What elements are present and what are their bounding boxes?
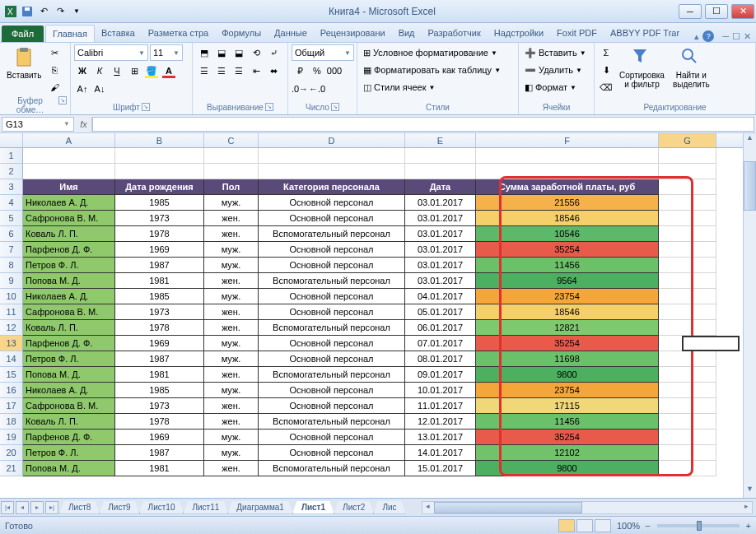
view-break-icon[interactable] [595,519,611,532]
align-launcher[interactable]: ↘ [265,103,273,111]
cell[interactable]: 05.01.2017 [405,304,476,320]
cell[interactable]: жен. [204,211,259,226]
ribbon-tab-2[interactable]: Разметка стра [142,25,215,42]
cell[interactable]: 1981 [115,461,204,476]
cell[interactable]: жен. [204,320,259,336]
cell[interactable]: муж. [204,445,259,461]
col-header-A[interactable]: A [23,133,115,147]
row-header[interactable]: 1 [0,148,23,164]
cell[interactable]: муж. [204,336,259,351]
cell[interactable]: Вспомогательный персонал [259,461,405,476]
cell[interactable] [659,367,716,383]
cell[interactable]: 11698 [476,351,659,367]
cell[interactable]: 04.01.2017 [405,289,476,304]
format-cells-button[interactable]: ◧Формат▼ [522,79,579,95]
fx-icon[interactable]: fx [76,117,92,132]
cell[interactable]: Вспомогательный персонал [259,226,405,242]
name-box[interactable]: G13▼ [2,117,74,132]
percent-icon[interactable]: % [309,63,325,79]
cell[interactable]: Основной персонал [259,211,405,226]
cell[interactable] [659,320,716,336]
insert-cells-button[interactable]: ➕Вставить▼ [522,44,589,61]
cell[interactable]: жен. [204,461,259,476]
cell[interactable] [659,398,716,414]
cell[interactable] [476,148,659,164]
sort-filter-button[interactable]: Сортировка и фильтр [616,44,668,91]
cell[interactable]: Вспомогательный персонал [259,273,405,289]
paste-button[interactable]: Вставить [3,44,44,81]
cell[interactable]: 10.01.2017 [405,383,476,398]
ribbon-tab-0[interactable]: Главная [45,25,95,42]
cell[interactable]: муж. [204,258,259,273]
cell[interactable]: Коваль Л. П. [23,226,115,242]
cell[interactable]: 13.01.2017 [405,430,476,445]
cell[interactable]: Попова М. Д. [23,367,115,383]
cell[interactable]: 1981 [115,273,204,289]
cell[interactable]: Основной персонал [259,351,405,367]
cut-icon[interactable]: ✂ [46,44,63,61]
cell[interactable]: жен. [204,273,259,289]
cell[interactable] [659,430,716,445]
cell[interactable]: жен. [204,367,259,383]
cell[interactable]: муж. [204,351,259,367]
view-normal-icon[interactable] [558,519,575,532]
cell[interactable]: 23754 [476,383,659,398]
cell[interactable]: Коваль Л. П. [23,414,115,430]
zoom-slider[interactable] [657,524,740,527]
cell[interactable] [659,211,716,226]
align-center-icon[interactable]: ☰ [213,63,230,79]
cell[interactable]: Основной персонал [259,430,405,445]
cell[interactable]: жен. [204,398,259,414]
sheet-tab[interactable]: Лист2 [334,501,374,514]
help-icon[interactable]: ? [702,30,714,42]
format-as-table-button[interactable]: ▦Форматировать как таблицу▼ [361,62,503,78]
cell[interactable]: Петров Ф. Л. [23,258,115,273]
orientation-icon[interactable]: ⟲ [248,44,264,61]
fill-icon[interactable]: ⬇ [598,62,614,78]
view-layout-icon[interactable] [576,519,593,532]
cell[interactable]: Сафронова В. М. [23,304,115,320]
cell[interactable]: 1985 [115,195,204,211]
cell[interactable]: Николаев А. Д. [23,289,115,304]
ribbon-tab-6[interactable]: Вид [392,25,422,42]
ribbon-tab-4[interactable]: Данные [268,25,314,42]
ribbon-tab-5[interactable]: Рецензировани [314,25,392,42]
copy-icon[interactable]: ⎘ [46,62,63,78]
cell[interactable]: 03.01.2017 [405,258,476,273]
row-header[interactable]: 6 [0,226,23,242]
row-header[interactable]: 16 [0,383,23,398]
cell[interactable]: 21556 [476,195,659,211]
clipboard-launcher[interactable]: ↘ [58,96,67,104]
cell[interactable] [659,383,716,398]
conditional-formatting-button[interactable]: ⊞Условное форматирование▼ [361,44,500,61]
row-header[interactable]: 8 [0,258,23,273]
cell[interactable]: 35254 [476,242,659,258]
cell[interactable] [115,164,204,179]
cell[interactable]: 1973 [115,398,204,414]
row-header[interactable]: 10 [0,289,23,304]
cell[interactable]: 11456 [476,258,659,273]
col-header-B[interactable]: B [115,133,204,147]
minimize-ribbon-icon[interactable]: ▴ [694,31,699,42]
cell[interactable]: жен. [204,226,259,242]
cell[interactable]: 35254 [476,336,659,351]
cell[interactable]: Дата рождения [115,179,204,195]
cell[interactable]: 03.01.2017 [405,242,476,258]
spreadsheet-grid[interactable]: ABCDEFG 123ИмяДата рожденияПолКатегория … [0,133,756,498]
cell[interactable]: 18546 [476,304,659,320]
row-header[interactable]: 7 [0,242,23,258]
cell[interactable] [405,164,476,179]
cell[interactable] [659,242,716,258]
save-icon[interactable] [20,4,35,19]
cell[interactable]: Сафронова В. М. [23,398,115,414]
cell[interactable]: Основной персонал [259,398,405,414]
cell[interactable] [659,304,716,320]
doc-restore-icon[interactable]: ☐ [732,31,740,42]
cell[interactable]: 07.01.2017 [405,336,476,351]
cell[interactable]: 12.01.2017 [405,414,476,430]
zoom-in-button[interactable]: + [746,521,751,531]
qat-more-icon[interactable]: ▼ [69,4,84,19]
cell[interactable]: 23754 [476,289,659,304]
cell[interactable]: 1969 [115,336,204,351]
cell[interactable]: Петров Ф. Л. [23,445,115,461]
